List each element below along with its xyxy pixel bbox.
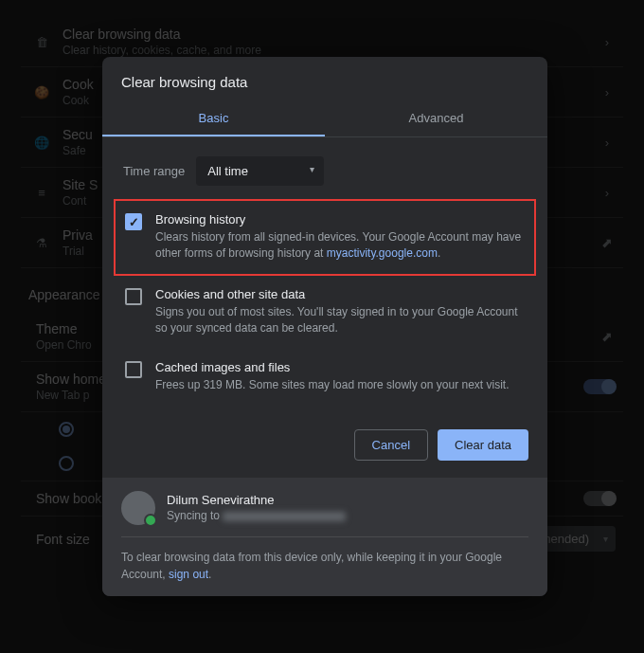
account-footer: Dilum Senevirathne Syncing to To clear b…	[102, 478, 547, 596]
account-footnote: To clear browsing data from this device …	[121, 537, 528, 583]
myactivity-link[interactable]: myactivity.google.com	[327, 246, 438, 260]
time-range-label: Time range	[123, 164, 185, 178]
checkbox-cookies[interactable]	[125, 288, 142, 305]
checkbox-browsing-history[interactable]	[125, 213, 142, 230]
account-sync-status: Syncing to	[167, 509, 346, 522]
external-link-icon: ⬈	[599, 329, 616, 344]
option-desc: Clears history from all signed-in device…	[155, 229, 525, 263]
time-range-select[interactable]: All time	[196, 156, 324, 186]
option-cookies[interactable]: Cookies and other site data Signs you ou…	[119, 276, 530, 349]
option-browsing-history[interactable]: Browsing history Clears history from all…	[114, 199, 536, 276]
clear-browsing-data-dialog: Clear browsing data Basic Advanced Time …	[102, 57, 547, 596]
chevron-right-icon: ›	[599, 35, 616, 49]
option-title: Cookies and other site data	[155, 287, 525, 301]
option-desc: Frees up 319 MB. Some sites may load mor…	[155, 377, 525, 393]
dialog-title: Clear browsing data	[102, 57, 547, 101]
shield-icon: 🌐	[28, 136, 55, 150]
tab-basic[interactable]: Basic	[102, 101, 325, 136]
row-sub: Clear history, cookies, cache, and more	[63, 44, 599, 57]
external-link-icon: ⬈	[599, 235, 616, 250]
account-name: Dilum Senevirathne	[167, 493, 346, 507]
sync-badge-icon	[144, 514, 157, 527]
radio-custom[interactable]	[59, 456, 74, 471]
flask-icon: ⚗	[28, 236, 55, 250]
show-bookmarks-toggle[interactable]	[583, 491, 616, 506]
chevron-right-icon: ›	[599, 136, 616, 150]
chevron-right-icon: ›	[599, 186, 616, 200]
show-home-toggle[interactable]	[583, 379, 616, 394]
radio-newtab[interactable]	[59, 422, 74, 437]
sliders-icon: ≡	[28, 186, 55, 200]
chevron-right-icon: ›	[599, 85, 616, 100]
tab-advanced[interactable]: Advanced	[325, 101, 547, 136]
cookie-icon: 🍪	[28, 85, 55, 100]
option-desc: Signs you out of most sites. You'll stay…	[155, 304, 525, 337]
avatar	[121, 491, 155, 525]
checkbox-cached[interactable]	[125, 361, 142, 378]
redacted-email	[223, 512, 346, 521]
trash-icon: 🗑	[28, 35, 55, 49]
sign-out-link[interactable]: sign out	[169, 568, 208, 581]
option-cached[interactable]: Cached images and files Frees up 319 MB.…	[119, 349, 530, 405]
option-title: Cached images and files	[155, 360, 525, 374]
cancel-button[interactable]: Cancel	[354, 429, 428, 461]
clear-data-button[interactable]: Clear data	[438, 429, 528, 461]
row-title: Clear browsing data	[63, 27, 599, 42]
option-title: Browsing history	[155, 212, 525, 227]
